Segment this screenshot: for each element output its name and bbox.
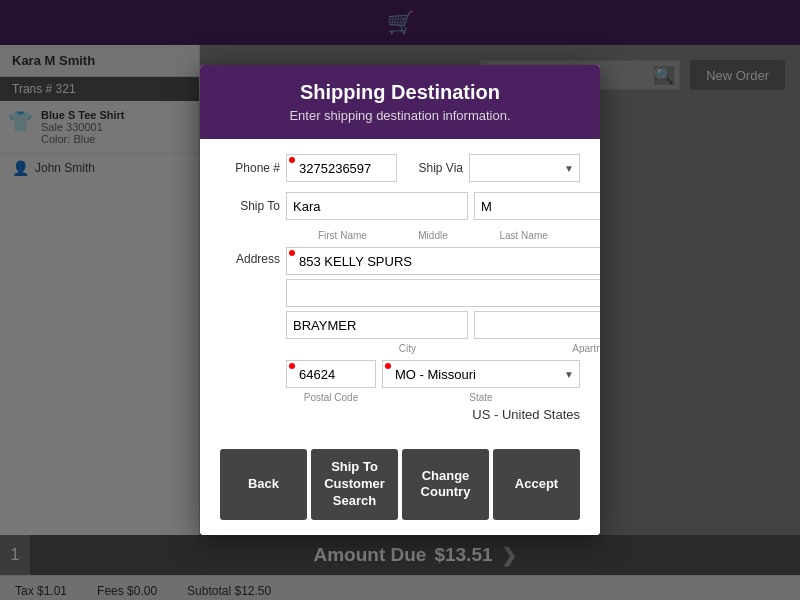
first-name-input[interactable] [286,192,468,220]
address-fields: City Apartment [286,247,600,354]
name-field-labels: First Name Middle Last Name [286,230,580,241]
first-name-label: First Name [286,230,399,241]
ship-to-row: Ship To [220,192,580,220]
address-line1-input[interactable] [286,247,600,275]
modal-buttons: Back Ship To Customer Search Change Coun… [200,449,600,535]
modal-title: Shipping Destination [216,81,584,104]
phone-input-wrap [286,154,397,182]
apartment-input[interactable] [474,311,600,339]
city-label: City [286,343,529,354]
city-apt-row [286,311,600,339]
ship-to-label: Ship To [220,199,280,213]
postal-state-row: MO - Missouri KS - Kansas IA - Iowa ▼ [286,360,580,388]
modal-overlay: Shipping Destination Enter shipping dest… [0,0,800,600]
city-input[interactable] [286,311,468,339]
apartment-label: Apartment [535,343,600,354]
shipping-destination-modal: Shipping Destination Enter shipping dest… [200,65,600,535]
address-line1-wrap [286,247,600,275]
change-country-button[interactable]: Change Country [402,449,489,520]
modal-body: Phone # Ship Via UPS FedEx USPS ▼ [200,139,600,449]
ship-via-label: Ship Via [403,161,463,175]
state-wrap: MO - Missouri KS - Kansas IA - Iowa ▼ [382,360,580,388]
postal-label: Postal Code [286,392,376,403]
modal-subtitle: Enter shipping destination information. [216,108,584,123]
back-button[interactable]: Back [220,449,307,520]
postal-wrap [286,360,376,388]
state-select[interactable]: MO - Missouri KS - Kansas IA - Iowa [382,360,580,388]
ship-via-select[interactable]: UPS FedEx USPS [469,154,580,182]
address-label: Address [220,247,280,266]
middle-input[interactable] [474,192,600,220]
phone-ship-row: Phone # Ship Via UPS FedEx USPS ▼ [220,154,580,182]
accept-button[interactable]: Accept [493,449,580,520]
modal-header: Shipping Destination Enter shipping dest… [200,65,600,139]
postal-input[interactable] [286,360,376,388]
country-text: US - United States [220,407,580,422]
middle-label: Middle [405,230,461,241]
address-row: Address City Apartment [220,247,580,354]
state-label: State [382,392,580,403]
phone-input[interactable] [286,154,397,182]
city-apt-labels: City Apartment [286,343,600,354]
postal-state-labels: Postal Code State [286,392,580,403]
ship-via-select-wrap: UPS FedEx USPS ▼ [469,154,580,182]
ship-to-customer-search-button[interactable]: Ship To Customer Search [311,449,398,520]
address-line2-input[interactable] [286,279,600,307]
last-name-label: Last Name [467,230,580,241]
phone-label: Phone # [220,161,280,175]
